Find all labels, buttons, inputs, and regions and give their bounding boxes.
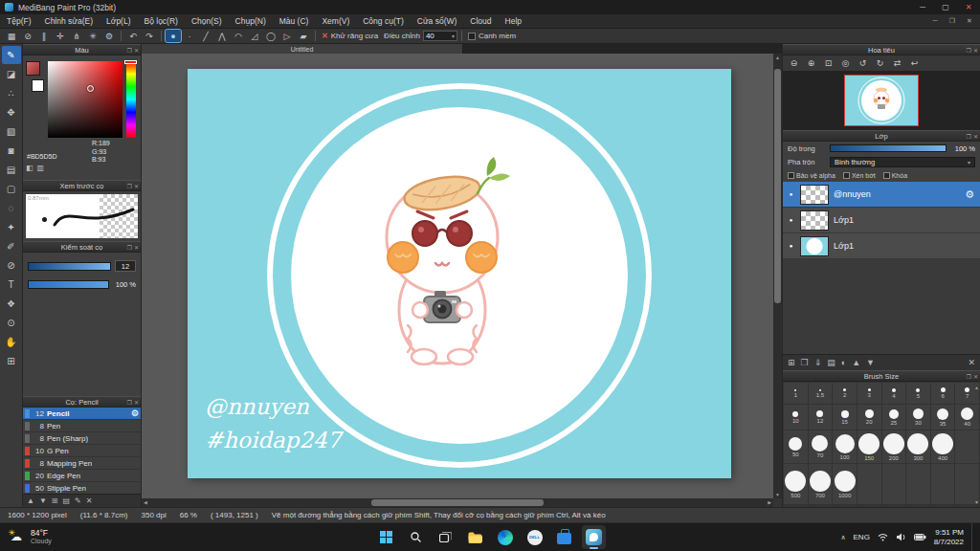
detach-panel-icon[interactable]: ❐ bbox=[967, 47, 971, 54]
brush-pen-sharp[interactable]: 8Pen (Sharp) bbox=[23, 432, 141, 445]
close-panel-icon[interactable]: ✕ bbox=[134, 244, 139, 251]
lasso-tool[interactable]: ◌ bbox=[2, 199, 21, 217]
menu-edit[interactable]: Chỉnh sửa(E) bbox=[38, 14, 100, 28]
brush-size-cell-50[interactable]: 50 bbox=[784, 430, 808, 463]
menu-color[interactable]: Màu (C) bbox=[273, 14, 316, 28]
delete-layer-icon[interactable]: ✕ bbox=[968, 358, 975, 367]
shape-brush-tool[interactable]: ❖ bbox=[2, 295, 21, 313]
lock-checkbox[interactable]: Khóa bbox=[883, 172, 907, 179]
brush-up-icon[interactable]: ▲ bbox=[27, 496, 34, 505]
layer-visibility-icon[interactable]: ● bbox=[787, 217, 795, 223]
brush-size-cell-300[interactable]: 300 bbox=[906, 430, 930, 463]
brush-size-value[interactable]: 12 bbox=[115, 260, 136, 272]
brush-size-cell-12[interactable]: 12 bbox=[809, 405, 833, 430]
mode-figure-icon[interactable]: ◿ bbox=[247, 30, 262, 42]
child-close-button[interactable]: ✕ bbox=[962, 17, 977, 25]
layer-visibility-icon[interactable]: ● bbox=[787, 243, 795, 249]
brush-size-cell-1000[interactable]: 1000 bbox=[833, 464, 857, 504]
background-color-swatch[interactable] bbox=[32, 79, 44, 92]
close-panel-icon[interactable]: ✕ bbox=[134, 47, 139, 54]
vertical-scroll-thumb[interactable] bbox=[774, 69, 781, 303]
zoom-out-icon[interactable]: ⊖ bbox=[787, 57, 801, 70]
mode-freehand-icon[interactable]: ● bbox=[166, 30, 181, 42]
brush-size-cell-4[interactable]: 4 bbox=[882, 383, 906, 404]
toolbar-transform-icon[interactable]: ▦ bbox=[4, 30, 19, 42]
brush-folder-icon[interactable]: ▤ bbox=[63, 496, 71, 505]
merge-layer-icon[interactable]: ⇓ bbox=[814, 358, 822, 367]
close-panel-icon[interactable]: ✕ bbox=[973, 373, 978, 380]
detach-panel-icon[interactable]: ❐ bbox=[127, 47, 132, 54]
brush-size-cell-1-5[interactable]: 1.5 bbox=[809, 383, 833, 404]
brush-size-cell-3[interactable]: 3 bbox=[858, 383, 881, 404]
mode-polygon-icon[interactable]: ▷ bbox=[279, 30, 295, 42]
menu-view[interactable]: Xem(V) bbox=[315, 14, 356, 28]
magic-wand-tool[interactable]: ✦ bbox=[2, 218, 21, 236]
edit-brush-icon[interactable]: ✎ bbox=[75, 496, 81, 505]
brush-size-slider[interactable] bbox=[28, 262, 111, 271]
bucket-tool[interactable]: ◙ bbox=[2, 142, 21, 160]
file-explorer-button[interactable] bbox=[463, 525, 487, 549]
close-panel-icon[interactable]: ✕ bbox=[973, 47, 978, 54]
layer-down-icon[interactable]: ▼ bbox=[866, 358, 875, 367]
brush-settings-icon[interactable]: ⚙ bbox=[131, 408, 139, 418]
hand-tool[interactable]: ✋ bbox=[2, 333, 21, 351]
brush-size-cell-40[interactable]: 40 bbox=[955, 405, 979, 430]
brush-size-cell-10[interactable]: 10 bbox=[784, 405, 808, 430]
menu-window[interactable]: Cửa sổ(W) bbox=[411, 14, 464, 28]
layer-row-3[interactable]: ●Lớp1 bbox=[783, 233, 980, 259]
brush-size-cell-1[interactable]: 1 bbox=[784, 383, 808, 404]
toolbar-snap-off-icon[interactable]: ⊘ bbox=[20, 30, 35, 42]
brush-size-cell-700[interactable]: 700 bbox=[809, 464, 833, 504]
clipping-checkbox[interactable]: Xén bớt bbox=[843, 172, 876, 179]
brush-size-cell-2[interactable]: 2 bbox=[833, 383, 857, 404]
maximize-button[interactable]: ▢ bbox=[934, 0, 957, 14]
mode-fillrect-icon[interactable]: ▰ bbox=[296, 30, 311, 42]
saturation-value-picker[interactable] bbox=[48, 61, 122, 138]
mode-ellipse-icon[interactable]: ◯ bbox=[263, 30, 278, 42]
hue-cursor[interactable] bbox=[124, 60, 137, 64]
start-button[interactable] bbox=[374, 525, 398, 549]
horizontal-scroll-thumb[interactable] bbox=[371, 499, 544, 506]
close-button[interactable]: ✕ bbox=[957, 0, 980, 14]
brush-size-cell-100[interactable]: 100 bbox=[833, 430, 857, 463]
dot-tool[interactable]: ∴ bbox=[2, 84, 21, 102]
eyedropper-tool[interactable]: ⊙ bbox=[2, 314, 21, 332]
brush-pen[interactable]: 8Pen bbox=[23, 420, 141, 432]
clock[interactable]: 9:51 PM 8/7/2022 bbox=[934, 528, 964, 546]
scroll-down-icon[interactable]: ▼ bbox=[773, 492, 782, 497]
scroll-up-icon[interactable]: ▲ bbox=[773, 55, 782, 60]
brush-tool[interactable]: ✎ bbox=[2, 46, 21, 64]
show-desktop-button[interactable] bbox=[971, 523, 974, 551]
child-minimize-button[interactable]: ─ bbox=[927, 17, 943, 25]
menu-select[interactable]: Chọn(S) bbox=[185, 14, 229, 28]
task-view-button[interactable] bbox=[434, 525, 457, 549]
text-tool[interactable]: T bbox=[2, 276, 21, 294]
brush-size-cell-6[interactable]: 6 bbox=[931, 383, 955, 404]
toolbar-snap-vanishing-icon[interactable]: ⋔ bbox=[69, 30, 84, 42]
color-picker-cursor[interactable] bbox=[87, 85, 94, 92]
color-grid-icon[interactable]: ◧ bbox=[26, 164, 33, 172]
store-button[interactable] bbox=[552, 525, 576, 549]
zoom-fit-icon[interactable]: ⊡ bbox=[821, 57, 835, 70]
vertical-scrollbar[interactable]: ▲ ▼ bbox=[773, 54, 782, 498]
select-tool[interactable]: ▢ bbox=[2, 180, 21, 198]
undo-icon[interactable]: ↶ bbox=[125, 30, 141, 42]
close-panel-icon[interactable]: ✕ bbox=[973, 133, 978, 140]
color-slider-icon[interactable]: ▥ bbox=[37, 164, 45, 172]
zoom-in-icon[interactable]: ⊕ bbox=[804, 57, 818, 70]
divide-tool[interactable]: ⊞ bbox=[2, 352, 21, 370]
tray-overflow-button[interactable]: ∧ bbox=[840, 534, 845, 541]
navigator-thumbnail[interactable] bbox=[845, 76, 918, 125]
correction-input[interactable]: 40 ▾ bbox=[423, 31, 457, 41]
close-panel-icon[interactable]: ✕ bbox=[134, 399, 139, 406]
layer-row-1[interactable]: ●@nnuyen⚙ bbox=[783, 182, 980, 208]
brush-size-cell-200[interactable]: 200 bbox=[882, 430, 906, 463]
layer-folder-icon[interactable]: ▤ bbox=[827, 358, 835, 367]
flip-horizontal-icon[interactable]: ⇄ bbox=[890, 57, 904, 70]
brush-pencil[interactable]: 12Pencil⚙ bbox=[23, 408, 141, 420]
toolbar-snap-radial-icon[interactable]: ✳ bbox=[85, 30, 100, 42]
fill-tool[interactable]: ▧ bbox=[2, 122, 21, 141]
mode-curve-icon[interactable]: ◠ bbox=[231, 30, 246, 42]
language-indicator[interactable]: ENG bbox=[854, 533, 870, 541]
mode-line-icon[interactable]: ╱ bbox=[198, 30, 213, 42]
